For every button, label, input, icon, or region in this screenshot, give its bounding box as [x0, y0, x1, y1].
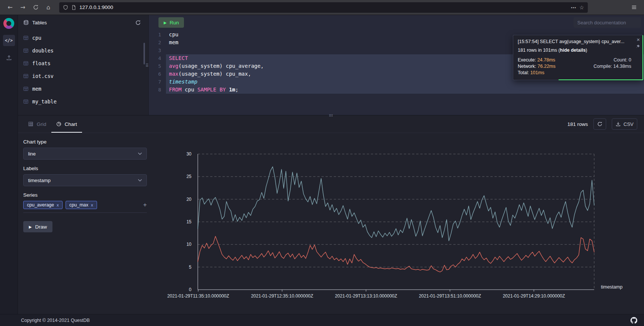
console-nav-button[interactable]: </>	[3, 35, 15, 46]
series-chip-cpu-max[interactable]: cpu_maxx	[66, 201, 97, 209]
table-item-mem[interactable]: mem	[18, 82, 145, 95]
network-label: Network:	[518, 64, 536, 69]
chevron-down-icon	[138, 179, 142, 182]
table-name: mem	[32, 86, 41, 92]
y-tick: 30	[187, 151, 191, 157]
url-text: 127.0.0.1:9000	[79, 4, 113, 10]
table-icon	[23, 48, 28, 53]
draw-button[interactable]: ▶Draw	[23, 221, 52, 232]
table-item-my-table[interactable]: my_table	[18, 95, 145, 108]
line-number: 5	[149, 62, 166, 70]
plus-icon: +	[143, 201, 147, 208]
sql-text: (usage_system) cpu_max,	[178, 71, 251, 77]
series-chip-cpu-average[interactable]: cpu_averagex	[23, 201, 63, 209]
table-icon	[23, 86, 28, 91]
y-tick: 0	[189, 287, 191, 292]
x-axis-title: timestamp	[601, 284, 623, 290]
hide-details-link[interactable]: hide details	[560, 48, 586, 53]
topbar: Tables ▶Run	[18, 15, 644, 30]
editor-toolbar: ▶Run	[148, 15, 644, 30]
table-name: cpu	[32, 35, 41, 41]
browser-menu-button[interactable]	[628, 2, 640, 13]
chart-config: Chart type line Labels timestamp Series …	[23, 139, 149, 232]
table-icon	[23, 99, 28, 104]
play-icon: ▶	[29, 225, 32, 229]
chart-canvas	[197, 154, 595, 293]
labels-value: timestamp	[28, 178, 51, 183]
refresh-results-button[interactable]	[593, 118, 606, 130]
notification-query-text: [15:57:54] SELECT avg(usage_system) cpu_…	[518, 39, 631, 44]
sidebar-scrollbar[interactable]	[143, 43, 145, 64]
execute-label: Execute:	[518, 57, 536, 63]
compile-label: Compile:	[593, 64, 612, 69]
summary-suffix: )	[586, 48, 587, 53]
hamburger-icon	[631, 4, 637, 10]
total-time: Total: 101ms	[518, 70, 590, 75]
browser-home-button[interactable]: ⌂	[43, 2, 54, 13]
series-label: Series	[23, 192, 149, 198]
line-number: 3	[149, 46, 166, 54]
table-item-floats[interactable]: floats	[18, 57, 145, 70]
browser-url-bar[interactable]: 127.0.0.1:9000 ••• ☆	[59, 2, 588, 13]
refresh-icon	[135, 20, 141, 25]
sql-editor[interactable]: 1cpu 2mem 3 4SELECT 5avg(usage_system) c…	[148, 30, 644, 115]
labels-select[interactable]: timestamp	[23, 174, 147, 186]
github-link[interactable]	[631, 317, 637, 324]
search-documentation-input[interactable]	[574, 17, 641, 28]
table-icon	[23, 61, 28, 66]
table-name: my_table	[32, 99, 57, 105]
browser-reload-button[interactable]	[30, 2, 41, 13]
run-button-label: Run	[170, 20, 179, 25]
bookmark-star-icon[interactable]: ☆	[579, 4, 584, 10]
table-name: floats	[32, 60, 51, 66]
sql-keyword: SELECT	[169, 55, 188, 61]
network-time: Network: 76.22ms	[518, 64, 590, 69]
import-nav-button[interactable]	[3, 52, 15, 63]
page-info-icon[interactable]	[71, 5, 76, 10]
x-tick: 2021-01-29T14:29:10.000000Z	[503, 293, 565, 299]
chart-y-axis-labels: 30 25 20 15 10 5 0	[177, 154, 194, 290]
browser-forward-button[interactable]: →	[17, 2, 28, 13]
y-tick: 20	[187, 197, 191, 202]
editor-line[interactable]: 8FROM cpu SAMPLE BY 1m;	[149, 86, 644, 94]
copyright-text: Copyright © 2014-2021 QuestDB	[21, 318, 90, 323]
browser-chrome: ← → ⌂ 127.0.0.1:9000 ••• ☆	[0, 0, 644, 15]
network-value: 76.22ms	[538, 64, 556, 69]
chart-type-select[interactable]: line	[23, 148, 147, 160]
table-item-cpu[interactable]: cpu	[18, 31, 145, 44]
refresh-icon	[597, 121, 602, 127]
download-csv-button[interactable]: CSV	[612, 118, 637, 130]
notification-summary: 181 rows in 101ms (hide details)	[518, 48, 631, 53]
close-notification-button[interactable]: ×	[637, 37, 640, 42]
line-number: 6	[149, 70, 166, 78]
add-series-button[interactable]: +	[143, 201, 147, 209]
line-chart	[197, 154, 595, 293]
line-number: 7	[149, 78, 166, 86]
tables-refresh-button[interactable]	[135, 20, 141, 25]
vertical-splitter[interactable]: ⠿	[145, 30, 148, 115]
footer: Copyright © 2014-2021 QuestDB	[0, 314, 644, 326]
remove-series-icon[interactable]: x	[91, 203, 93, 207]
remove-series-icon[interactable]: x	[57, 203, 59, 207]
questdb-logo[interactable]	[3, 18, 14, 29]
browser-back-button[interactable]: ←	[4, 2, 16, 13]
horizontal-splitter[interactable]: ⠿	[328, 114, 333, 117]
shield-icon[interactable]	[63, 5, 68, 10]
sql-text: (usage_system) cpu_average,	[178, 63, 264, 69]
run-query-button[interactable]: ▶Run	[158, 17, 184, 28]
compile-stat: Compile: 14.38ms	[593, 64, 631, 69]
tab-grid[interactable]: Grid	[23, 115, 51, 133]
page-actions-icon[interactable]: •••	[571, 5, 577, 10]
line-number: 4	[149, 54, 166, 62]
tables-panel-title: Tables	[32, 20, 47, 25]
table-item-doubles[interactable]: doubles	[18, 44, 145, 57]
code-text: FROM cpu SAMPLE BY 1m;	[166, 86, 644, 94]
pin-notification-button[interactable]	[635, 44, 640, 50]
pie-chart-icon	[56, 121, 61, 127]
x-tick: 2021-01-29T13:51:10.000000Z	[419, 293, 481, 299]
tab-chart[interactable]: Chart	[51, 115, 82, 133]
download-icon	[616, 121, 621, 127]
table-item-iot-csv[interactable]: iot.csv	[18, 70, 145, 82]
csv-button-label: CSV	[623, 121, 634, 127]
sql-keyword: SAMPLE BY	[197, 87, 226, 93]
